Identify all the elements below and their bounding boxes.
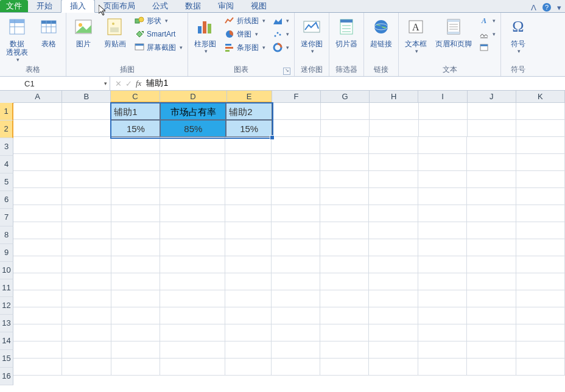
cell-H12[interactable] bbox=[369, 290, 418, 307]
cell-I3[interactable] bbox=[418, 137, 467, 154]
cell-G6[interactable] bbox=[320, 188, 369, 205]
cell-J10[interactable] bbox=[467, 256, 516, 273]
column-header-A[interactable]: A bbox=[13, 91, 62, 103]
cell-C12[interactable] bbox=[111, 290, 160, 307]
cell-D1[interactable]: 市场占有率 bbox=[160, 103, 226, 120]
cell-F3[interactable] bbox=[272, 137, 320, 154]
cell-C16[interactable] bbox=[111, 359, 160, 376]
cell-F11[interactable] bbox=[272, 273, 320, 290]
cell-J2[interactable] bbox=[468, 120, 516, 137]
cell-A4[interactable] bbox=[13, 154, 62, 171]
row-header-16[interactable]: 16 bbox=[0, 368, 13, 385]
cell-F15[interactable] bbox=[272, 341, 320, 359]
cell-C1[interactable]: 辅助1 bbox=[111, 103, 160, 120]
row-header-10[interactable]: 10 bbox=[0, 262, 13, 279]
cell-G11[interactable] bbox=[320, 273, 369, 290]
cell-D5[interactable] bbox=[160, 171, 225, 188]
other-chart-button[interactable]: ▾ bbox=[270, 41, 292, 54]
cell-I15[interactable] bbox=[418, 341, 467, 359]
column-header-I[interactable]: I bbox=[418, 91, 467, 103]
cell-G12[interactable] bbox=[320, 290, 369, 307]
cell-F10[interactable] bbox=[272, 256, 320, 273]
cell-E15[interactable] bbox=[225, 341, 271, 359]
row-header-5[interactable]: 5 bbox=[0, 173, 13, 191]
cell-J8[interactable] bbox=[467, 222, 516, 239]
cell-D15[interactable] bbox=[160, 341, 225, 359]
cell-K11[interactable] bbox=[516, 273, 565, 290]
scatter-chart-button[interactable]: ▾ bbox=[270, 27, 292, 41]
cell-K8[interactable] bbox=[516, 222, 565, 239]
column-header-G[interactable]: G bbox=[321, 91, 370, 103]
pie-chart-button[interactable]: 饼图▾ bbox=[222, 27, 268, 41]
column-header-K[interactable]: K bbox=[516, 91, 565, 103]
tab-formulas[interactable]: 公式 bbox=[144, 0, 177, 12]
cell-C4[interactable] bbox=[111, 154, 160, 171]
sparklines-button[interactable]: 迷你图 ▾ bbox=[297, 14, 326, 54]
cell-H3[interactable] bbox=[369, 137, 418, 154]
cell-F8[interactable] bbox=[272, 222, 320, 239]
table-button[interactable]: 表格 bbox=[34, 14, 63, 48]
cell-F7[interactable] bbox=[272, 205, 320, 222]
cell-K6[interactable] bbox=[516, 188, 565, 205]
cell-D9[interactable] bbox=[160, 239, 225, 256]
textbox-button[interactable]: A 文本框 ▾ bbox=[401, 14, 430, 54]
column-header-E[interactable]: E bbox=[227, 91, 272, 103]
cell-H9[interactable] bbox=[369, 239, 418, 256]
screenshot-button[interactable]: 屏幕截图 ▾ bbox=[132, 41, 185, 54]
cell-B11[interactable] bbox=[62, 273, 111, 290]
accept-formula-icon[interactable]: ✓ bbox=[125, 79, 132, 88]
cell-I5[interactable] bbox=[418, 171, 467, 188]
cell-J6[interactable] bbox=[467, 188, 516, 205]
cancel-formula-icon[interactable]: ✕ bbox=[115, 79, 122, 88]
cell-E14[interactable] bbox=[225, 324, 271, 341]
cell-H14[interactable] bbox=[369, 324, 418, 341]
cell-B1[interactable] bbox=[62, 103, 111, 120]
cell-D3[interactable] bbox=[160, 137, 225, 154]
cell-G8[interactable] bbox=[320, 222, 369, 239]
cell-C9[interactable] bbox=[111, 239, 160, 256]
cell-G14[interactable] bbox=[320, 324, 369, 341]
cell-D12[interactable] bbox=[160, 290, 225, 307]
cell-A3[interactable] bbox=[13, 137, 62, 154]
cell-G3[interactable] bbox=[320, 137, 369, 154]
cell-B7[interactable] bbox=[62, 205, 111, 222]
column-chart-button[interactable]: 柱形图 ▾ bbox=[191, 14, 220, 54]
cell-B15[interactable] bbox=[62, 341, 111, 359]
cell-E13[interactable] bbox=[225, 307, 271, 324]
fx-icon[interactable]: fx bbox=[136, 79, 141, 88]
cell-E4[interactable] bbox=[225, 154, 271, 171]
cell-C3[interactable] bbox=[111, 137, 160, 154]
cell-A14[interactable] bbox=[13, 324, 62, 341]
cell-H2[interactable] bbox=[370, 120, 418, 137]
cell-B5[interactable] bbox=[62, 171, 111, 188]
cell-G5[interactable] bbox=[320, 171, 369, 188]
bar-chart-button[interactable]: 条形图▾ bbox=[222, 41, 268, 54]
cell-E16[interactable] bbox=[225, 359, 271, 376]
column-header-F[interactable]: F bbox=[272, 91, 321, 103]
cell-B6[interactable] bbox=[62, 188, 111, 205]
row-header-2[interactable]: 2 bbox=[0, 121, 13, 138]
cell-H15[interactable] bbox=[369, 341, 418, 359]
cell-I16[interactable] bbox=[418, 359, 467, 376]
row-header-8[interactable]: 8 bbox=[0, 226, 13, 244]
cell-J12[interactable] bbox=[467, 290, 516, 307]
cell-G15[interactable] bbox=[320, 341, 369, 359]
cell-F13[interactable] bbox=[272, 307, 320, 324]
cell-J7[interactable] bbox=[467, 205, 516, 222]
cell-H6[interactable] bbox=[369, 188, 418, 205]
tab-data[interactable]: 数据 bbox=[177, 0, 209, 12]
cell-K2[interactable] bbox=[516, 120, 565, 137]
cell-I12[interactable] bbox=[418, 290, 467, 307]
cell-H8[interactable] bbox=[369, 222, 418, 239]
cell-J11[interactable] bbox=[467, 273, 516, 290]
cell-K15[interactable] bbox=[516, 341, 565, 359]
column-header-D[interactable]: D bbox=[160, 91, 227, 103]
cell-G1[interactable] bbox=[321, 103, 370, 120]
row-header-12[interactable]: 12 bbox=[0, 297, 13, 315]
cell-K1[interactable] bbox=[516, 103, 565, 120]
area-chart-button[interactable]: ▾ bbox=[270, 14, 292, 27]
cell-A7[interactable] bbox=[13, 205, 62, 222]
cell-A1[interactable] bbox=[13, 103, 62, 120]
cell-C14[interactable] bbox=[111, 324, 160, 341]
cell-E2[interactable]: 15% bbox=[226, 120, 272, 137]
